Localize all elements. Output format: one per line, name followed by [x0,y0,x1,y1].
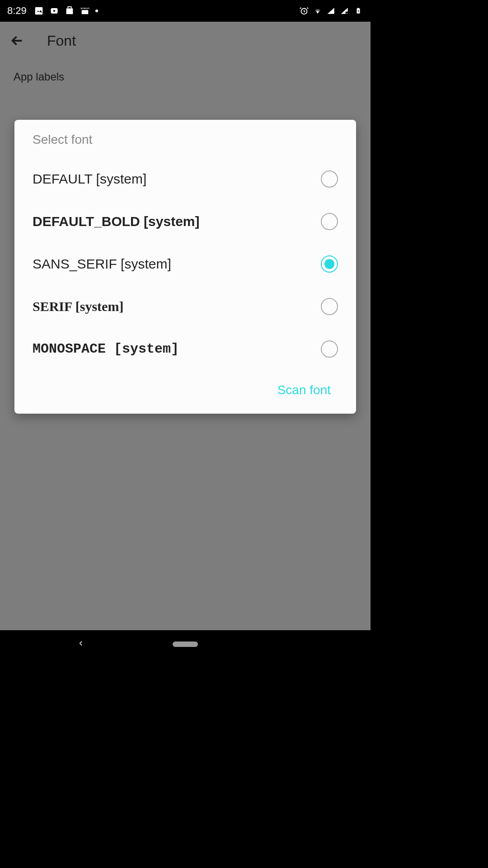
signal-icon [326,6,336,16]
radio-icon [321,340,338,358]
dialog-actions: Scan font [14,370,356,403]
font-option-serif[interactable]: SERIF [system] [14,285,356,328]
font-option-sans-serif[interactable]: SANS_SERIF [system] [14,243,356,285]
amazon-icon: amazon [80,6,90,16]
image-icon [34,6,44,16]
font-option-label: SERIF [system] [33,299,123,314]
font-option-default[interactable]: DEFAULT [system] [14,158,356,200]
dot-icon [95,9,98,12]
font-option-label: DEFAULT [system] [33,171,146,187]
font-select-dialog: Select font DEFAULT [system] DEFAULT_BOL… [14,120,356,414]
svg-text:x: x [347,12,348,14]
nav-back-icon[interactable] [77,639,85,649]
scan-font-button[interactable]: Scan font [277,383,331,397]
radio-icon [321,170,338,188]
font-option-label: SANS_SERIF [system] [33,256,171,272]
shop-icon [65,6,75,16]
svg-rect-9 [357,8,359,9]
font-option-monospace[interactable]: MONOSPACE [system] [14,328,356,370]
status-icons-left: amazon [34,6,98,16]
radio-icon [321,213,338,230]
font-option-label: DEFAULT_BOLD [system] [33,214,200,229]
svg-text:amazon: amazon [80,7,89,9]
status-time: 8:29 [7,5,27,17]
radio-icon [321,298,338,315]
battery-charging-icon [353,6,363,16]
signal-no-data-icon: x [340,6,350,16]
dialog-title: Select font [14,132,356,158]
svg-rect-2 [66,9,73,14]
svg-rect-0 [35,7,43,15]
youtube-icon [49,6,59,16]
svg-rect-3 [81,10,88,14]
wifi-icon [313,6,323,16]
font-option-label: MONOSPACE [system] [33,341,179,357]
nav-home-pill[interactable] [173,642,198,647]
status-bar: 8:29 amazon x [0,0,371,22]
radio-selected-icon [321,255,338,273]
status-icons-right: x [299,6,363,16]
alarm-icon [299,6,309,16]
navigation-bar [0,630,371,658]
font-option-default-bold[interactable]: DEFAULT_BOLD [system] [14,200,356,243]
status-left: 8:29 amazon [7,5,98,17]
